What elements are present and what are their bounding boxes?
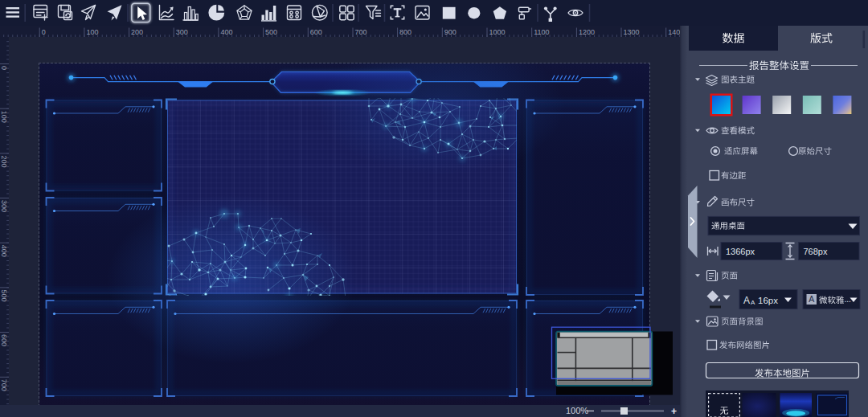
- svg-text:600: 600: [310, 28, 322, 36]
- svg-text:16px: 16px: [758, 296, 778, 305]
- svg-text:A: A: [751, 299, 755, 306]
- svg-text:1000: 1000: [489, 28, 506, 36]
- svg-text:100%: 100%: [566, 406, 588, 415]
- svg-text:100: 100: [0, 111, 8, 123]
- svg-text:600: 600: [0, 334, 8, 346]
- svg-text:700: 700: [0, 379, 8, 391]
- svg-text:...: ...: [845, 295, 851, 304]
- svg-text:200: 200: [131, 28, 143, 36]
- svg-text:1366px: 1366px: [726, 247, 755, 256]
- svg-text:A: A: [809, 294, 814, 304]
- svg-text:A: A: [743, 295, 750, 306]
- svg-text:768px: 768px: [804, 247, 828, 256]
- svg-text:+: +: [671, 406, 677, 417]
- svg-text:500: 500: [265, 28, 277, 36]
- svg-text:400: 400: [220, 28, 232, 36]
- svg-text:0: 0: [42, 28, 46, 36]
- svg-text:300: 300: [0, 200, 8, 212]
- svg-text:300: 300: [176, 28, 188, 36]
- svg-text:200: 200: [0, 155, 8, 167]
- svg-text:700: 700: [355, 28, 367, 36]
- svg-text:1100: 1100: [534, 28, 549, 36]
- svg-text:800: 800: [399, 28, 411, 36]
- svg-text:900: 900: [444, 28, 457, 36]
- svg-text:0: 0: [0, 66, 8, 70]
- svg-text:100: 100: [86, 28, 98, 36]
- svg-text:1200: 1200: [579, 28, 595, 36]
- svg-text:1300: 1300: [624, 28, 640, 36]
- svg-text:400: 400: [0, 245, 8, 257]
- svg-text:500: 500: [0, 289, 8, 301]
